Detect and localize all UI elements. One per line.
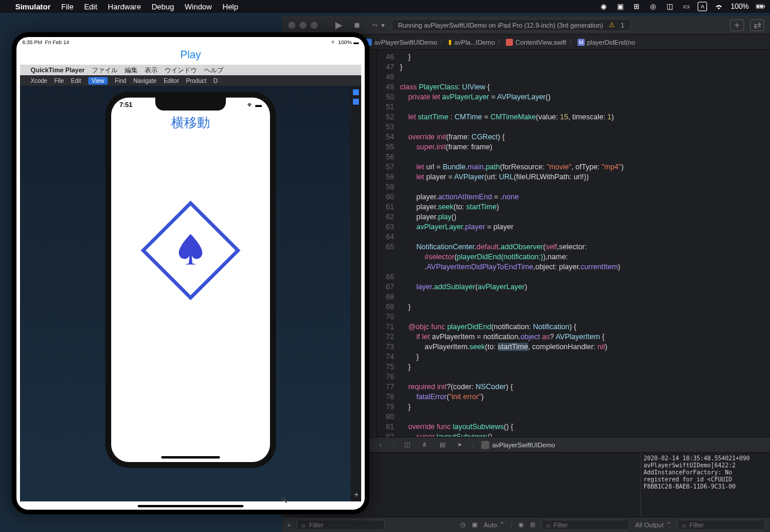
iphone-status-icons: ᯤ ▬ [247, 101, 262, 108]
ipad-screen[interactable]: 6:35 PM Fri Feb 14 ᯤ 100% ▬ Play QuickTi… [16, 37, 365, 510]
xc-menu-item: File [54, 78, 64, 84]
battery-icon: ▬ [354, 39, 359, 45]
folder-icon: ▮ [448, 38, 452, 46]
filter-box-1[interactable]: ⌕ [296, 520, 385, 530]
menu-window[interactable]: Window [185, 2, 212, 11]
qt-app-name: QuickTime Player [31, 66, 85, 73]
filter-box-2[interactable]: ⌕ [541, 520, 629, 530]
process-name: avPlayerSwiftUIDemo [492, 441, 555, 449]
qt-menu-item: 編集 [125, 66, 138, 75]
xc-menu-item: Edit [71, 78, 81, 84]
xcode-app-name: Xcode [31, 78, 47, 84]
add-button[interactable]: + [287, 521, 291, 528]
output-selector[interactable]: All Output⌃ [635, 521, 671, 528]
xc-menu-item: Product [186, 78, 206, 84]
swift-file-icon [506, 39, 513, 46]
qt-menu-item: ヘルプ [204, 66, 224, 75]
xc-menu-item: D [214, 78, 218, 84]
battery-percent: 100% [731, 2, 749, 11]
filter-input-1[interactable] [309, 521, 379, 528]
wifi-icon[interactable] [714, 2, 724, 11]
spade-icon [176, 233, 205, 268]
activity-text: Running avPlayerSwiftUIDemo on iPad Pro … [398, 22, 604, 29]
filter-icon: ⌕ [682, 521, 686, 528]
filter-icon: ⌕ [546, 521, 551, 528]
filter-input-3[interactable] [689, 521, 760, 528]
activity-viewer[interactable]: Running avPlayerSwiftUIDemo on iPad Pro … [392, 19, 631, 31]
stop-button[interactable]: ■ [354, 20, 360, 31]
eye-icon[interactable]: ◉ [518, 521, 524, 528]
ipad-time: 6:35 PM [22, 39, 42, 45]
memory-graph-icon[interactable]: ⋔ [419, 441, 430, 449]
minimize-dot[interactable] [299, 22, 306, 29]
qt-menu-item: 表示 [145, 66, 158, 75]
warning-count: 1 [621, 22, 624, 29]
qt-menu-item: ファイル [92, 66, 118, 75]
console-output[interactable]: 2020-02-14 18:35:48.554021+090 avPlayerS… [641, 453, 770, 517]
crumb-symbol[interactable]: playerDidEnd(no [587, 39, 635, 46]
iphone-notch [155, 98, 226, 111]
close-dot[interactable] [288, 22, 295, 29]
menu-file[interactable]: File [61, 2, 74, 11]
ipad-status-bar: 6:35 PM Fri Feb 14 ᯤ 100% ▬ [16, 37, 365, 46]
play-button[interactable]: Play [16, 46, 365, 65]
crumb-file[interactable]: ContentView.swift [515, 39, 566, 46]
filter-input-2[interactable] [554, 521, 624, 528]
airplay-icon[interactable]: ▭ [681, 2, 691, 11]
xc-menu-item: Editor [164, 78, 179, 84]
ipad-battery: 100% [338, 39, 352, 45]
ipad-date: Fri Feb 14 [45, 39, 69, 45]
environment-icon[interactable]: ▤ [437, 441, 448, 449]
step-out-icon[interactable]: ↑ [375, 441, 386, 449]
menubar-icon-2[interactable]: ⊞ [632, 2, 641, 11]
input-source-icon[interactable]: A [698, 2, 707, 11]
menu-debug[interactable]: Debug [152, 2, 174, 11]
window-traffic-lights[interactable] [282, 22, 324, 29]
menubar-icon-3[interactable]: ◎ [648, 2, 658, 11]
video-content: QuickTime Player ファイル 編集 表示 ウインドウ ヘルプ Xc… [20, 65, 361, 501]
location-icon[interactable]: ➤ [455, 441, 465, 449]
code-editor[interactable]: 46 }47}4849class PlayerClass: UIView {50… [376, 50, 770, 437]
view-debug-icon[interactable]: ◫ [402, 441, 412, 449]
crumb-project[interactable]: avPlayerSwiftUIDemo [374, 39, 437, 46]
menu-help[interactable]: Help [222, 2, 238, 11]
qt-menu-item: ウインドウ [165, 66, 197, 75]
xc-menu-item: Navigate [134, 78, 156, 84]
menu-edit[interactable]: Edit [84, 2, 97, 11]
screen-record-icon[interactable]: ◉ [599, 2, 608, 11]
macos-menubar: Simulator File Edit Hardware Debug Windo… [0, 0, 770, 13]
menubar-icon-4[interactable]: ◫ [665, 2, 674, 11]
xc-menu-item-selected: View [88, 77, 108, 85]
debug-footer: + ⌕ ◷ ▣ Auto⌃ | ◉ ⊞ ⌕ All Output⌃ ⌕ [282, 517, 770, 532]
inner-xcode-menubar: Xcode File Edit View Find Navigate Edito… [20, 75, 361, 86]
zoom-dot[interactable] [311, 22, 318, 29]
breadcrumb[interactable]: avPlayerSwiftUIDemo 〉 ▮ avPla...IDemo 〉 … [365, 38, 635, 46]
quicktime-menubar: QuickTime Player ファイル 編集 表示 ウインドウ ヘルプ [20, 65, 361, 75]
add-icon: + [354, 490, 359, 499]
process-selector[interactable]: avPlayerSwiftUIDemo [481, 441, 555, 449]
filter-box-3[interactable]: ⌕ [677, 520, 765, 530]
nav-icon [353, 99, 359, 105]
clock-icon[interactable]: ◷ [460, 521, 466, 528]
menubar-icon-1[interactable]: ▣ [615, 2, 625, 11]
method-icon: M [578, 39, 585, 46]
active-app-name[interactable]: Simulator [15, 2, 51, 11]
warning-icon[interactable]: ⚠ [609, 21, 615, 29]
scheme-selector[interactable]: ⤳▾ [372, 21, 385, 29]
app-icon [481, 441, 489, 449]
ipad-home-indicator [138, 505, 244, 507]
simulator-window[interactable]: 6:35 PM Fri Feb 14 ᯤ 100% ▬ Play QuickTi… [12, 32, 369, 514]
expand-icon[interactable]: ▣ [472, 521, 478, 528]
iphone-home-indicator [161, 456, 220, 459]
run-button[interactable]: ▶ [335, 19, 342, 31]
battery-icon[interactable] [756, 2, 765, 11]
library-button[interactable]: + [730, 19, 744, 31]
crumb-folder[interactable]: avPla...IDemo [454, 39, 495, 46]
inner-iphone-simulator: 7:51 ᯤ ▬ 横移動 [105, 92, 276, 468]
xc-menu-item: Find [115, 78, 126, 84]
grid-icon[interactable]: ⊞ [530, 521, 535, 528]
code-review-button[interactable]: ⇄ [750, 19, 764, 31]
auto-selector[interactable]: Auto⌃ [484, 521, 505, 528]
menu-hardware[interactable]: Hardware [108, 2, 141, 11]
wifi-icon: ᯤ [331, 39, 336, 45]
